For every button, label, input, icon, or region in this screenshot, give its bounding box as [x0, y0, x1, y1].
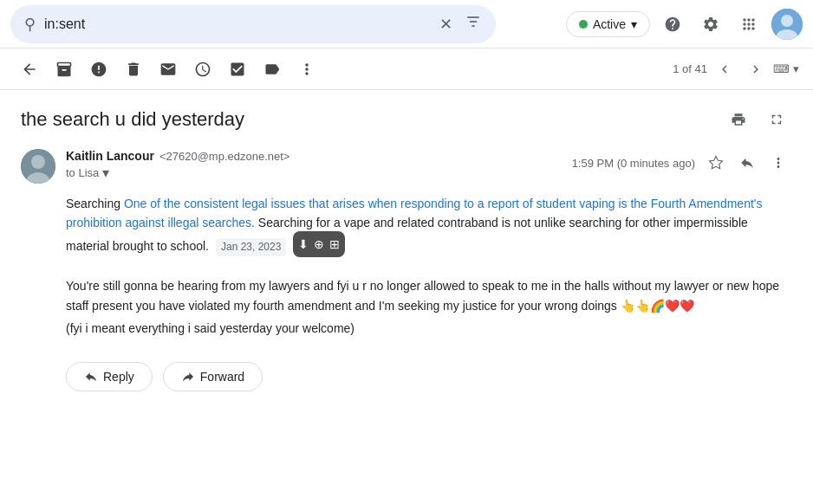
message-time-row: 1:59 PM (0 minutes ago): [572, 149, 792, 177]
pager-text: 1 of 41: [673, 62, 707, 75]
emoji-at[interactable]: ⊕: [314, 235, 324, 254]
search-icon: ⚲: [24, 15, 36, 34]
email-container: the search u did yesterday Kaitlin Lanco…: [0, 90, 813, 504]
expand-button[interactable]: [761, 104, 792, 135]
body-third-paragraph: (fyi i meant everything i said yesterday…: [66, 319, 792, 338]
to-row: to Lisa ▾: [66, 165, 562, 181]
body-prefix: Searching: [66, 197, 124, 210]
message-body: Searching One of the consistent legal is…: [66, 194, 792, 338]
forward-button[interactable]: Forward: [163, 362, 263, 391]
email-subject-row: the search u did yesterday: [21, 104, 792, 135]
top-bar-right: Active ▾: [566, 9, 803, 40]
print-button[interactable]: [723, 104, 754, 135]
report-button[interactable]: [83, 54, 114, 85]
body-second-paragraph: You're still gonna be hearing from my la…: [66, 276, 792, 315]
sender-avatar: [21, 149, 55, 184]
forward-label: Forward: [200, 370, 244, 384]
star-button[interactable]: [702, 149, 730, 177]
status-label: Active: [593, 17, 626, 31]
label-button[interactable]: [257, 54, 288, 85]
top-bar: ⚲ ✕ Active ▾: [0, 0, 813, 48]
emoji-grid[interactable]: ⊞: [329, 235, 340, 254]
mark-email-button[interactable]: [153, 54, 184, 85]
snooze-button[interactable]: [187, 54, 218, 85]
to-label: to Lisa: [66, 166, 99, 179]
status-button[interactable]: Active ▾: [566, 11, 650, 37]
emoji-download[interactable]: ⬇: [298, 235, 309, 254]
reply-quick-button[interactable]: [733, 149, 761, 177]
back-button[interactable]: [14, 54, 45, 85]
chevron-down-icon: ▾: [793, 62, 799, 75]
sender-name-row: Kaitlin Lancour <27620@mp.edzone.net>: [66, 149, 562, 163]
body-first-paragraph: Searching One of the consistent legal is…: [66, 194, 792, 259]
keyboard-shortcut-button[interactable]: ⌨ ▾: [773, 62, 799, 75]
apps-button[interactable]: [733, 9, 764, 40]
delete-button[interactable]: [118, 54, 149, 85]
search-input[interactable]: [44, 16, 431, 32]
pager: 1 of 41 ⌨ ▾: [673, 55, 799, 83]
to-chevron-icon[interactable]: ▾: [102, 165, 109, 181]
add-task-button[interactable]: [222, 54, 253, 85]
keyboard-icon: ⌨: [773, 62, 790, 75]
filter-icon[interactable]: [465, 13, 482, 35]
message-icons: [702, 149, 792, 177]
help-button[interactable]: [657, 9, 688, 40]
pager-next-button[interactable]: [742, 55, 770, 83]
clear-search-button[interactable]: ✕: [439, 15, 452, 34]
emoji-toolbar[interactable]: ⬇ ⊕ ⊞: [293, 231, 345, 257]
chevron-down-icon: ▾: [631, 17, 637, 31]
sender-info: Kaitlin Lancour <27620@mp.edzone.net> to…: [66, 149, 562, 181]
settings-button[interactable]: [695, 9, 726, 40]
sender-email: <27620@mp.edzone.net>: [159, 150, 290, 163]
date-chip: Jan 23, 2023: [216, 238, 286, 256]
subject-actions: [723, 104, 792, 135]
sender-name: Kaitlin Lancour: [66, 149, 154, 163]
message-header: Kaitlin Lancour <27620@mp.edzone.net> to…: [21, 149, 792, 184]
more-actions-button[interactable]: [291, 54, 322, 85]
reply-button[interactable]: Reply: [66, 362, 153, 391]
action-buttons: Reply Forward: [66, 362, 792, 391]
search-box[interactable]: ⚲ ✕: [10, 5, 496, 43]
pager-prev-button[interactable]: [711, 55, 738, 83]
active-dot: [579, 20, 588, 29]
message-time: 1:59 PM (0 minutes ago): [572, 157, 695, 170]
reply-label: Reply: [103, 370, 134, 384]
svg-point-4: [781, 15, 793, 27]
archive-button[interactable]: [49, 54, 80, 85]
svg-point-7: [31, 155, 45, 169]
message-more-button[interactable]: [764, 149, 792, 177]
email-subject: the search u did yesterday: [21, 108, 244, 131]
email-toolbar: 1 of 41 ⌨ ▾: [0, 48, 813, 90]
user-avatar[interactable]: [771, 9, 803, 40]
